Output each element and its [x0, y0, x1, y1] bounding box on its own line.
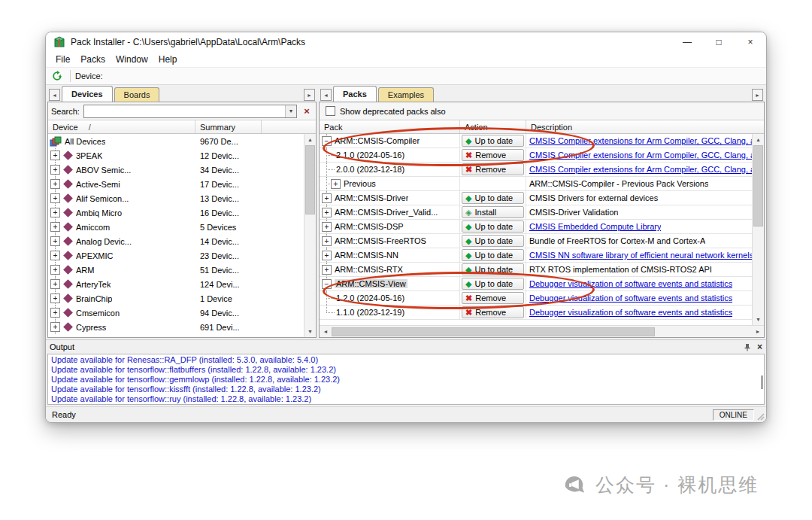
tab-packs[interactable]: Packs — [333, 86, 377, 102]
resize-grip-icon[interactable] — [756, 412, 765, 421]
remove-button[interactable]: ✖Remove — [462, 163, 524, 175]
expand-icon[interactable]: + — [50, 208, 60, 217]
up-to-date-button[interactable]: ◆Up to date — [462, 249, 524, 261]
scroll-right-icon[interactable]: ► — [752, 329, 764, 334]
expand-icon[interactable]: + — [50, 279, 60, 289]
tab-scroll-left-icon[interactable]: ◄ — [49, 89, 60, 101]
pack-row-compiler-2-0-0[interactable]: 2.0.0 (2023-12-18) ✖Remove CMSIS Compile… — [320, 163, 752, 177]
tab-boards[interactable]: Boards — [114, 87, 160, 102]
scrollbar-thumb[interactable] — [305, 145, 315, 214]
device-row-cmsemicon[interactable]: +Cmsemicon 94 Devic... — [48, 306, 304, 320]
packs-horizontal-scrollbar[interactable]: ◄ ► — [320, 325, 764, 337]
search-input[interactable]: ▾ — [83, 105, 297, 118]
expand-icon[interactable]: + — [50, 222, 60, 232]
expand-icon[interactable]: + — [50, 308, 60, 318]
scroll-up-icon[interactable]: ▲ — [753, 134, 764, 145]
device-row-brainchip[interactable]: +BrainChip 1 Device — [48, 291, 304, 306]
device-row-abov[interactable]: +ABOV Semic... 34 Devic... — [48, 163, 304, 177]
description-link[interactable]: Debugger visualization of software event… — [529, 293, 732, 303]
expand-icon[interactable]: + — [50, 193, 60, 203]
dropdown-icon[interactable]: ▾ — [285, 105, 296, 117]
expand-icon[interactable]: + — [50, 236, 60, 246]
pack-row-compiler-previous[interactable]: +Previous ARM::CMSIS-Compiler - Previous… — [320, 177, 752, 191]
description-link[interactable]: CMSIS NN software library of efficient n… — [529, 251, 752, 260]
expand-icon[interactable]: + — [322, 265, 332, 275]
column-header-action[interactable]: Action — [460, 120, 526, 133]
column-header-pack[interactable]: Pack — [320, 120, 460, 133]
pack-row-cmsis-nn[interactable]: +ARM::CMSIS-NN ◆Up to date CMSIS NN soft… — [320, 248, 752, 263]
device-row-cypress[interactable]: +Cypress 691 Devi... — [48, 320, 304, 334]
collapse-icon[interactable]: − — [322, 136, 332, 146]
show-deprecated-checkbox[interactable] — [326, 106, 335, 116]
description-link[interactable]: CMSIS Compiler extensions for Arm Compil… — [529, 136, 752, 145]
menu-help[interactable]: Help — [153, 53, 183, 65]
maximize-button[interactable]: □ — [703, 32, 735, 52]
scrollbar-thumb[interactable] — [332, 327, 655, 336]
pack-row-cmsis-dsp[interactable]: +ARM::CMSIS-DSP ◆Up to date CMSIS Embedd… — [320, 220, 752, 234]
menu-file[interactable]: File — [50, 53, 75, 65]
expand-icon[interactable]: + — [322, 236, 332, 246]
pack-row-cmsis-rtx[interactable]: +ARM::CMSIS-RTX ◆Up to date RTX RTOS imp… — [320, 263, 752, 277]
pack-row-cmsis-driver-validation[interactable]: +ARM::CMSIS-Driver_Valid... ◈Install CMS… — [320, 205, 752, 220]
pack-row-cmsis-freertos[interactable]: +ARM::CMSIS-FreeRTOS ◆Up to date Bundle … — [320, 234, 752, 248]
device-row-analog[interactable]: +Analog Devic... 14 Devic... — [48, 234, 304, 248]
close-button[interactable]: × — [735, 32, 766, 52]
device-row-ambiq[interactable]: +Ambiq Micro 16 Devic... — [48, 205, 304, 220]
expand-icon[interactable]: + — [322, 222, 332, 232]
expand-icon[interactable]: + — [50, 293, 60, 303]
description-link[interactable]: CMSIS Embedded Compute Library — [529, 222, 661, 231]
pack-row-compiler-2-1-0[interactable]: 2.1.0 (2024-05-16) ✖Remove CMSIS Compile… — [320, 148, 752, 163]
remove-button[interactable]: ✖Remove — [462, 306, 524, 318]
clear-search-icon[interactable]: × — [301, 105, 313, 117]
pin-icon[interactable] — [744, 343, 751, 351]
refresh-button[interactable] — [49, 68, 65, 84]
up-to-date-button[interactable]: ◆Up to date — [462, 278, 524, 290]
install-button[interactable]: ◈Install — [462, 206, 524, 218]
device-row-apexmic[interactable]: +APEXMIC 23 Devic... — [48, 248, 304, 263]
expand-icon[interactable]: + — [322, 193, 332, 203]
up-to-date-button[interactable]: ◆Up to date — [462, 235, 524, 247]
scroll-down-icon[interactable]: ▼ — [304, 326, 316, 337]
tab-examples[interactable]: Examples — [378, 87, 434, 102]
device-row-amiccom[interactable]: +Amiccom 5 Devices — [48, 220, 304, 234]
tab-devices[interactable]: Devices — [62, 86, 113, 102]
device-row-all-devices[interactable]: All Devices 9670 De... — [48, 134, 304, 148]
packs-vertical-scrollbar[interactable]: ▲ ▼ — [752, 134, 764, 325]
up-to-date-button[interactable]: ◆Up to date — [462, 192, 524, 204]
pack-row-cmsis-driver[interactable]: +ARM::CMSIS-Driver ◆Up to date CMSIS Dri… — [320, 191, 752, 205]
up-to-date-button[interactable]: ◆Up to date — [462, 263, 524, 275]
tab-scroll-right-icon[interactable]: ► — [304, 89, 315, 101]
tab-scroll-right-icon[interactable]: ► — [752, 89, 763, 101]
minimize-button[interactable]: — — [671, 32, 703, 52]
menu-window[interactable]: Window — [111, 53, 153, 65]
devices-vertical-scrollbar[interactable]: ▲ ▼ — [304, 134, 316, 337]
pack-row-cmsis-compiler[interactable]: −ARM::CMSIS-Compiler ◆Up to date CMSIS C… — [320, 134, 752, 148]
device-row-arterytek[interactable]: +ArteryTek 124 Devi... — [48, 277, 304, 291]
expand-icon[interactable]: + — [50, 151, 60, 160]
expand-icon[interactable]: + — [50, 265, 60, 275]
expand-icon[interactable]: + — [331, 179, 341, 189]
expand-icon[interactable]: + — [50, 165, 60, 175]
column-header-description[interactable]: Description — [526, 120, 764, 133]
up-to-date-button[interactable]: ◆Up to date — [462, 135, 524, 147]
close-output-icon[interactable]: × — [757, 342, 762, 352]
menu-packs[interactable]: Packs — [75, 53, 111, 65]
description-link[interactable]: CMSIS Compiler extensions for Arm Compil… — [529, 151, 752, 160]
output-log[interactable]: Update available for Renesas::RA_DFP (in… — [47, 354, 765, 405]
device-row-active-semi[interactable]: +Active-Semi 17 Devic... — [48, 177, 304, 191]
tab-scroll-left-icon[interactable]: ◄ — [320, 89, 332, 101]
expand-icon[interactable]: + — [322, 208, 332, 217]
column-header-summary[interactable]: Summary — [195, 120, 262, 133]
pack-row-view-1-2-0[interactable]: 1.2.0 (2024-05-16) ✖Remove Debugger visu… — [320, 291, 752, 306]
scrollbar-thumb[interactable] — [753, 145, 763, 227]
description-link[interactable]: CMSIS Compiler extensions for Arm Compil… — [529, 165, 752, 174]
scroll-down-icon[interactable]: ▼ — [753, 314, 764, 325]
pack-row-cmsis-view[interactable]: −ARM::CMSIS-View ◆Up to date Debugger vi… — [320, 277, 752, 291]
scroll-left-icon[interactable]: ◄ — [320, 329, 332, 334]
expand-icon[interactable]: + — [322, 251, 332, 260]
device-row-arm[interactable]: +ARM 51 Devic... — [48, 263, 304, 277]
expand-icon[interactable]: + — [50, 251, 60, 260]
collapse-icon[interactable]: − — [322, 279, 332, 289]
column-header-device[interactable]: Device / — [48, 120, 195, 133]
device-row-3peak[interactable]: +3PEAK 12 Devic... — [48, 148, 304, 163]
